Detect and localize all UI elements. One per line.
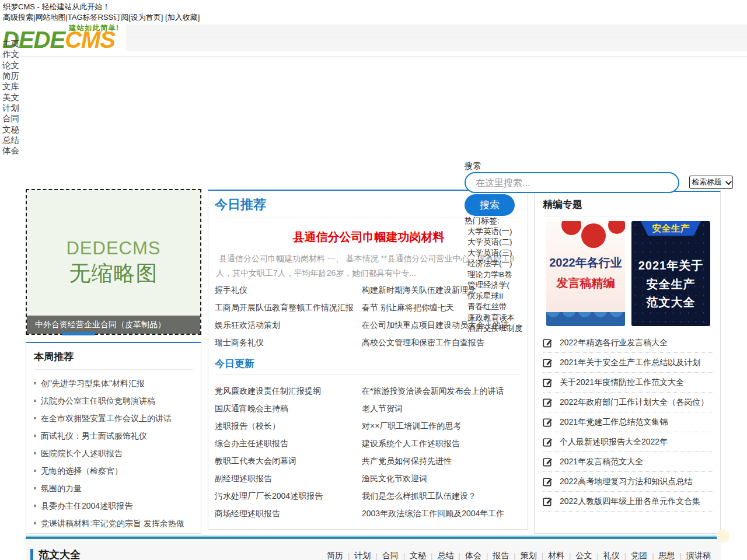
nav-item[interactable]: 总结: [2, 135, 19, 145]
nav-item[interactable]: 主页: [2, 38, 19, 49]
header-divider: [0, 56, 747, 57]
nav-item[interactable]: 计划: [2, 103, 19, 113]
nav-item[interactable]: 合同: [2, 113, 19, 124]
article-link[interactable]: 我们是怎么样抓职工队伍建设？: [362, 487, 504, 505]
hot-tag-link[interactable]: 理论力学B卷: [467, 270, 523, 281]
topic-link-text: 2022年政府部门工作计划大全（各岗位）: [560, 397, 708, 407]
article-link[interactable]: 创"先进学习型集体"材料汇报: [34, 374, 193, 392]
footer-nav-item[interactable]: 合同: [371, 551, 398, 560]
nav-item[interactable]: 文秘: [2, 124, 19, 135]
article-link[interactable]: 综合办主任述职报告: [215, 435, 323, 452]
article-link[interactable]: 2003年政法综治工作回顾及2004年工作: [362, 505, 504, 522]
footer-nav-item[interactable]: 策划: [509, 551, 536, 560]
topic-link[interactable]: 2022高考地理复习方法和知识点总结: [543, 472, 713, 492]
hot-tag-link[interactable]: 大学英语(三): [467, 248, 523, 259]
article-link[interactable]: 建设系统个人工作述职报告: [362, 435, 504, 452]
footer-nav-item[interactable]: 演讲稿: [675, 551, 711, 560]
hot-tag-link[interactable]: 酒店交接班制度: [467, 323, 523, 334]
article-link[interactable]: 工商局开展队伍教育整顿工作情况汇报: [215, 299, 354, 316]
edit-icon: [543, 477, 553, 487]
article-link[interactable]: 氛围的力量: [34, 480, 193, 497]
article-link[interactable]: 在全市双拥暨安置工作会议上的讲话: [34, 410, 193, 427]
nav-item[interactable]: 作文: [2, 49, 19, 60]
hot-tag-link[interactable]: 大学英语(二): [467, 237, 523, 248]
topic-link[interactable]: 2021年关于安全生产工作总结以及计划: [543, 353, 713, 373]
hot-tag-link[interactable]: 青春红丝带: [467, 302, 523, 313]
topic-card-speech[interactable]: 2022年各行业 发言稿精编: [546, 221, 625, 326]
article-link[interactable]: 污水处理厂厂长2004述职报告: [215, 487, 323, 505]
search-type-select[interactable]: 检索标题: [689, 176, 733, 189]
footer-nav-item[interactable]: 党团: [620, 551, 647, 560]
footer-nav-item[interactable]: 思想: [647, 551, 675, 560]
lantern-decor: [561, 221, 581, 235]
logo-tagline: 建站如此简单!: [69, 23, 119, 33]
footer-nav-item[interactable]: 文秘: [399, 551, 426, 560]
topic-link[interactable]: 2022年政府部门工作计划大全（各岗位）: [543, 393, 713, 412]
article-link[interactable]: 党风廉政建设责任制汇报提纲: [215, 382, 323, 400]
article-link[interactable]: 面试礼仪：男士面试服饰礼仪: [34, 427, 193, 444]
carousel-pager[interactable]: [62, 332, 95, 335]
topic-link[interactable]: 个人最新述职报告大全2022年: [543, 432, 713, 452]
nav-item[interactable]: 体会: [2, 145, 19, 156]
featured-carousel[interactable]: DEDECMS 无缩略图 中外合资经营企业合同（皮革制品）: [26, 189, 201, 335]
article-link[interactable]: 党课讲稿材料:牢记党的宗旨 发挥余热做: [34, 514, 193, 532]
nav-item[interactable]: 简历: [2, 71, 19, 81]
article-link[interactable]: 对××厂职工培训工作的思考: [362, 417, 504, 435]
topic-link[interactable]: 关于2021年疫情防控工作范文大全: [543, 373, 713, 393]
article-link[interactable]: 渔民文化节欢迎词: [362, 470, 504, 487]
article-link[interactable]: 县委办主任2004述职报告: [34, 497, 193, 514]
nav-item[interactable]: 美文: [2, 92, 19, 103]
footer-nav-item[interactable]: 礼仪: [592, 551, 619, 560]
footer-nav-item[interactable]: 体会: [453, 551, 481, 560]
nav-item[interactable]: 文库: [2, 81, 19, 92]
article-link[interactable]: 医院院长个人述职报告: [34, 444, 193, 462]
edit-icon: [543, 338, 553, 348]
search-button[interactable]: 搜索: [465, 194, 515, 216]
hot-tag-link[interactable]: 大学英语(一): [467, 226, 523, 237]
article-link[interactable]: 教职工代表大会闭幕词: [215, 452, 323, 470]
hot-tag-link[interactable]: 快乐星球II: [467, 291, 523, 302]
article-link[interactable]: 娱乐狂欢活动策划: [215, 316, 354, 334]
topic-card-line: 2022年各行业: [546, 255, 625, 271]
edit-icon: [543, 397, 553, 407]
footer-nav-item[interactable]: 简历: [327, 551, 343, 560]
article-link[interactable]: 高校公文管理和保密工作自查报告: [362, 334, 509, 351]
article-link[interactable]: 老人节贺词: [362, 400, 504, 417]
topic-link[interactable]: 2022人教版四年级上册各单元作文合集: [543, 492, 713, 512]
article-link[interactable]: 述职报告（校长）: [215, 417, 323, 435]
footer-nav-item[interactable]: 总结: [426, 551, 453, 560]
article-link[interactable]: 在*旅游投资洽谈会新闻发布会上的讲话: [362, 382, 504, 400]
article-link[interactable]: 副经理述职报告: [215, 470, 323, 487]
search-input[interactable]: 在这里搜索...: [465, 172, 679, 193]
topics-panel: 精编专题 2022年各行业 发言稿精编 安全生产 2021年关于 安全生产 范文…: [534, 191, 721, 534]
hot-tags-list: 大学英语(一)大学英语(二)大学英语(三)经济法学(一)理论力学B卷管理经济学(…: [465, 226, 523, 334]
article-link[interactable]: 商场经理述职报告: [215, 505, 323, 522]
today-updates-title: 今日更新: [215, 357, 254, 370]
site-slogan: 织梦CMS - 轻松建站从此开始！: [3, 2, 110, 12]
topic-link[interactable]: 2021年党建工作总结范文集锦: [543, 412, 713, 432]
article-link[interactable]: 无悔的选择（检察官）: [34, 462, 193, 480]
carousel-caption[interactable]: 中外合资经营企业合同（皮革制品）: [27, 316, 200, 334]
footer-nav-item[interactable]: 报告: [481, 551, 509, 560]
article-link[interactable]: 共产党员如何保持先进性: [362, 452, 504, 470]
topic-link[interactable]: 2022年精选各行业发言稿大全: [543, 333, 713, 353]
article-link[interactable]: 法院办公室主任职位竞聘演讲稿: [34, 392, 193, 410]
topic-card-safety[interactable]: 安全生产 2021年关于 安全生产 范文大全: [631, 221, 710, 326]
footer-nav-item[interactable]: 公文: [564, 551, 592, 560]
topic-link[interactable]: 2021年发言稿范文大全: [543, 452, 713, 472]
back-to-top-button[interactable]: [717, 530, 729, 542]
hot-tags: 热门标签: 大学英语(一)大学英语(二)大学英语(三)经济法学(一)理论力学B卷…: [465, 215, 523, 334]
hot-tag-link[interactable]: 管理经济学(: [467, 280, 523, 291]
hot-tag-link[interactable]: 经济法学(一): [467, 258, 523, 270]
today-links-left: 握手礼仪工商局开展队伍教育整顿工作情况汇报娱乐狂欢活动策划瑞士商务礼仪: [215, 281, 354, 351]
article-link[interactable]: 国庆通宵晚会主持稿: [215, 400, 323, 417]
article-link[interactable]: 瑞士商务礼仪: [215, 334, 354, 351]
footer-nav-item[interactable]: 计划: [343, 551, 371, 560]
top-links[interactable]: 高级搜索|网站地图|TAG标签RSS订阅[设为首页] [加入收藏]: [3, 12, 200, 23]
nav-item[interactable]: 论文: [2, 60, 19, 71]
footer-nav-item[interactable]: 材料: [537, 551, 564, 560]
hot-tags-label: 热门标签:: [465, 215, 523, 226]
article-link[interactable]: 握手礼仪: [215, 281, 354, 299]
hot-tag-link[interactable]: 廉政教育读本: [467, 313, 523, 324]
lantern-decor: [581, 223, 606, 248]
